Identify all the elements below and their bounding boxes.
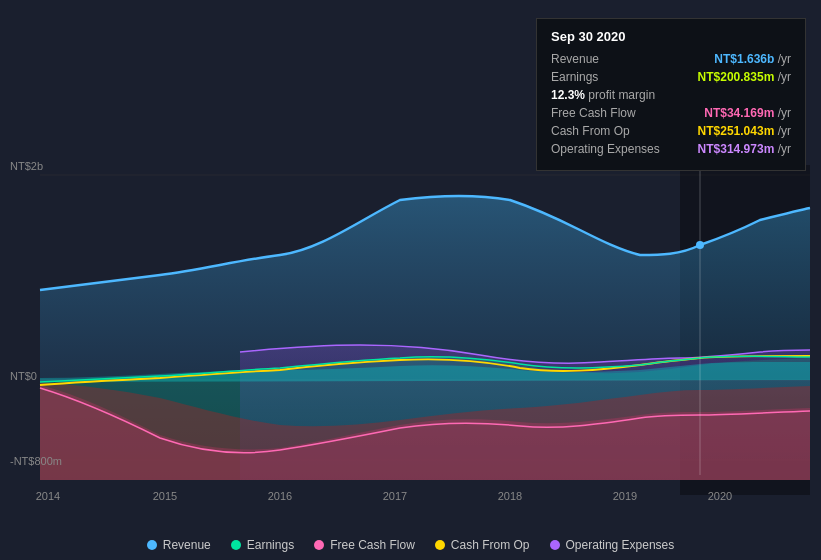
legend-label-fcf: Free Cash Flow: [330, 538, 415, 552]
y-label-2b: NT$2b: [10, 160, 43, 172]
tooltip-value-opex: NT$314.973m /yr: [698, 142, 791, 156]
svg-point-12: [696, 241, 704, 249]
legend-dot-revenue: [147, 540, 157, 550]
legend-dot-cashfromop: [435, 540, 445, 550]
legend-label-revenue: Revenue: [163, 538, 211, 552]
tooltip-value-revenue: NT$1.636b /yr: [714, 52, 791, 66]
legend-item-opex[interactable]: Operating Expenses: [550, 538, 675, 552]
tooltip-row-fcf: Free Cash Flow NT$34.169m /yr: [551, 106, 791, 120]
svg-text:2017: 2017: [383, 490, 407, 502]
legend-dot-earnings: [231, 540, 241, 550]
data-tooltip: Sep 30 2020 Revenue NT$1.636b /yr Earnin…: [536, 18, 806, 171]
tooltip-row-cashfromop: Cash From Op NT$251.043m /yr: [551, 124, 791, 138]
tooltip-label-revenue: Revenue: [551, 52, 599, 66]
tooltip-row-earnings: Earnings NT$200.835m /yr: [551, 70, 791, 84]
legend-label-cashfromop: Cash From Op: [451, 538, 530, 552]
legend-item-fcf[interactable]: Free Cash Flow: [314, 538, 415, 552]
y-label-0: NT$0: [10, 370, 37, 382]
legend-item-revenue[interactable]: Revenue: [147, 538, 211, 552]
tooltip-date: Sep 30 2020: [551, 29, 791, 44]
tooltip-row-revenue: Revenue NT$1.636b /yr: [551, 52, 791, 66]
svg-text:2014: 2014: [36, 490, 60, 502]
legend-dot-opex: [550, 540, 560, 550]
svg-text:2015: 2015: [153, 490, 177, 502]
tooltip-row-opex: Operating Expenses NT$314.973m /yr: [551, 142, 791, 156]
legend-dot-fcf: [314, 540, 324, 550]
svg-text:2019: 2019: [613, 490, 637, 502]
tooltip-label-cashfromop: Cash From Op: [551, 124, 630, 138]
tooltip-value-earnings: NT$200.835m /yr: [698, 70, 791, 84]
y-label-neg800m: -NT$800m: [10, 455, 62, 467]
legend-label-opex: Operating Expenses: [566, 538, 675, 552]
chart-legend: Revenue Earnings Free Cash Flow Cash Fro…: [0, 538, 821, 552]
tooltip-label-earnings: Earnings: [551, 70, 598, 84]
tooltip-profit-margin: 12.3% profit margin: [551, 88, 791, 102]
svg-text:2018: 2018: [498, 490, 522, 502]
legend-item-cashfromop[interactable]: Cash From Op: [435, 538, 530, 552]
svg-text:2020: 2020: [708, 490, 732, 502]
tooltip-value-fcf: NT$34.169m /yr: [704, 106, 791, 120]
svg-text:2016: 2016: [268, 490, 292, 502]
tooltip-label-opex: Operating Expenses: [551, 142, 660, 156]
tooltip-value-cashfromop: NT$251.043m /yr: [698, 124, 791, 138]
tooltip-label-fcf: Free Cash Flow: [551, 106, 636, 120]
legend-item-earnings[interactable]: Earnings: [231, 538, 294, 552]
legend-label-earnings: Earnings: [247, 538, 294, 552]
